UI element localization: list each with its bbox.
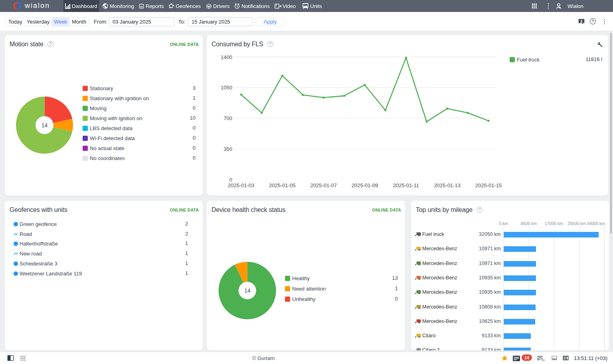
svg-text:1050: 1050: [221, 85, 232, 91]
svg-text:0: 0: [229, 177, 232, 183]
svg-text:1400: 1400: [221, 54, 232, 60]
svg-text:2025-01-07: 2025-01-07: [310, 182, 337, 188]
svg-text:350: 350: [223, 146, 232, 152]
svg-text:700: 700: [223, 115, 232, 121]
svg-text:2025-01-15: 2025-01-15: [475, 182, 502, 188]
svg-text:2025-01-03: 2025-01-03: [228, 182, 255, 188]
svg-text:2025-01-11: 2025-01-11: [393, 182, 419, 188]
svg-text:2025-01-13: 2025-01-13: [434, 182, 461, 188]
svg-text:2025-01-05: 2025-01-05: [269, 182, 296, 188]
svg-text:2025-01-09: 2025-01-09: [352, 182, 378, 188]
